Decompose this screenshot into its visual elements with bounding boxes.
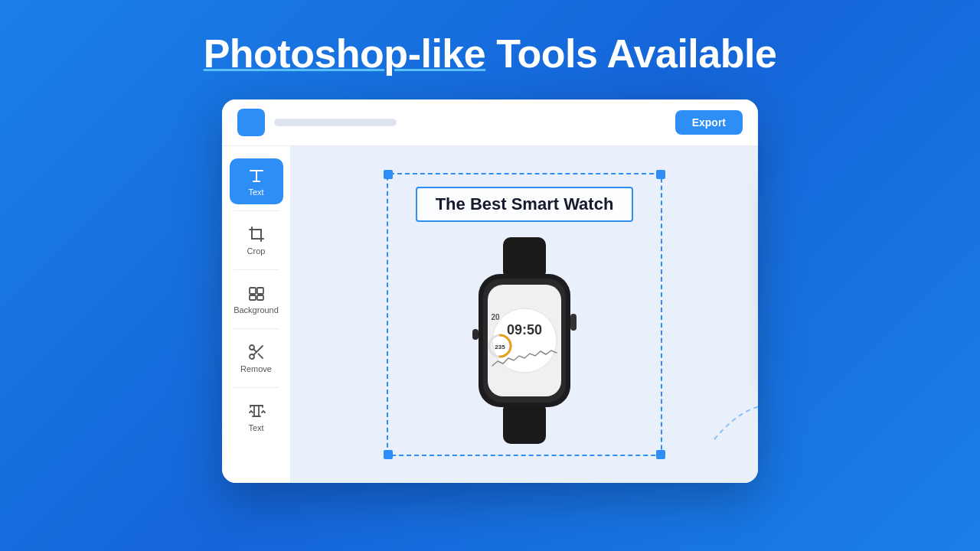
- sidebar-divider-1: [234, 210, 279, 211]
- handle-br: [656, 450, 665, 459]
- sidebar-divider-2: [234, 269, 279, 270]
- sidebar: Text Crop Background: [222, 146, 291, 483]
- svg-rect-13: [503, 402, 546, 444]
- app-logo: [237, 109, 265, 136]
- sidebar-item-remove[interactable]: Remove: [230, 335, 283, 381]
- sidebar-label-background: Background: [234, 305, 279, 315]
- svg-text:20: 20: [491, 313, 500, 321]
- canvas-area: The Best Smart Watch: [291, 146, 758, 483]
- handle-bl: [384, 450, 393, 459]
- crop-icon: [247, 225, 266, 243]
- sidebar-item-text-active[interactable]: Text: [230, 158, 283, 204]
- watch-svg: 09:50 235 20: [448, 237, 601, 444]
- svg-line-10: [258, 354, 263, 358]
- svg-rect-6: [257, 295, 263, 300]
- sidebar-item-crop[interactable]: Crop: [230, 217, 283, 263]
- sidebar-divider-4: [234, 387, 279, 388]
- sidebar-label-text-active: Text: [248, 187, 263, 197]
- app-header: Export: [222, 99, 758, 146]
- handle-tl: [384, 170, 393, 179]
- svg-text:09:50: 09:50: [507, 322, 542, 337]
- svg-rect-4: [257, 288, 263, 294]
- canvas-selection[interactable]: The Best Smart Watch: [387, 173, 662, 456]
- title-highlight: Photoshop-like: [204, 31, 486, 76]
- svg-line-11: [253, 349, 256, 352]
- sidebar-item-background[interactable]: Background: [230, 276, 283, 322]
- svg-rect-12: [503, 237, 546, 279]
- svg-rect-23: [570, 314, 577, 331]
- deco-curve: [707, 386, 758, 447]
- page-title: Photoshop-like Tools Available: [204, 31, 777, 77]
- sidebar-divider-3: [234, 328, 279, 329]
- search-bar-placeholder: [274, 119, 397, 126]
- watch-image: 09:50 235 20: [425, 230, 624, 452]
- app-window: Export Text Crop: [222, 99, 758, 483]
- svg-text:235: 235: [495, 344, 505, 350]
- svg-rect-3: [250, 288, 256, 294]
- canvas-text-box[interactable]: The Best Smart Watch: [416, 187, 634, 222]
- svg-rect-5: [250, 295, 256, 300]
- background-icon: [247, 284, 266, 302]
- export-button[interactable]: Export: [675, 110, 743, 135]
- text2-icon: [247, 402, 266, 420]
- sidebar-label-crop: Crop: [247, 246, 266, 256]
- handle-tr: [656, 170, 665, 179]
- sidebar-item-text2[interactable]: Text: [230, 394, 283, 440]
- text-cursor-icon: [247, 166, 266, 184]
- sidebar-label-text2: Text: [248, 423, 263, 432]
- scissors-icon: [247, 343, 266, 361]
- sidebar-label-remove: Remove: [240, 364, 272, 373]
- header-left: [237, 109, 397, 136]
- svg-rect-24: [472, 329, 479, 340]
- app-body: Text Crop Background: [222, 146, 758, 483]
